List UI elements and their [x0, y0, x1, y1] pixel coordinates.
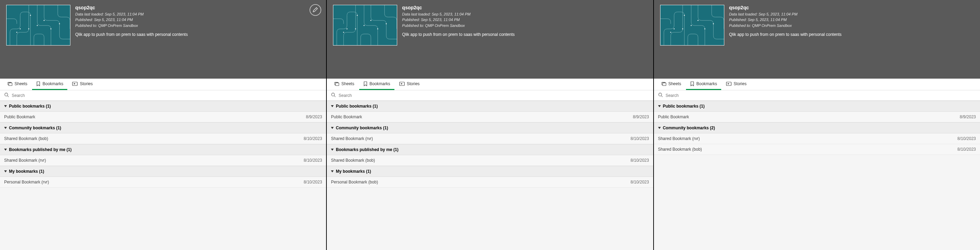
bookmark-date: 8/10/2023	[630, 158, 649, 163]
group-header[interactable]: Bookmarks published by me (1)	[0, 144, 326, 155]
meta-loaded: Data last loaded: Sep 5, 2023, 11:04 PM	[75, 12, 320, 17]
app-thumbnail	[333, 5, 397, 46]
svg-rect-38	[663, 83, 666, 85]
group-header[interactable]: Public bookmarks (1)	[327, 101, 653, 112]
bookmark-item[interactable]: Public Bookmark8/9/2023	[0, 112, 326, 122]
svg-point-4	[50, 28, 51, 29]
bookmark-name: Shared Bookmark (rvr)	[4, 158, 46, 163]
bookmark-item[interactable]: Shared Bookmark (rvr)8/10/2023	[654, 133, 980, 144]
bookmark-date: 8/9/2023	[959, 114, 976, 119]
bookmark-name: Shared Bookmark (rvr)	[331, 136, 373, 141]
svg-point-32	[704, 28, 705, 29]
bookmark-item[interactable]: Shared Bookmark (bob)8/10/2023	[654, 144, 980, 155]
group-header[interactable]: Bookmarks published by me (1)	[327, 144, 653, 155]
bookmark-date: 8/10/2023	[304, 158, 322, 163]
svg-point-18	[377, 28, 378, 29]
bookmark-date: 8/9/2023	[306, 114, 322, 119]
svg-point-1	[20, 28, 21, 29]
bookmark-name: Personal Bookmark (bob)	[331, 180, 378, 185]
group-label: Community bookmarks (1)	[9, 125, 61, 130]
search-row	[0, 90, 326, 101]
svg-point-16	[357, 15, 358, 16]
svg-point-8	[28, 28, 29, 29]
search-input[interactable]	[12, 93, 322, 98]
tab-stories[interactable]: Stories	[68, 79, 97, 90]
app-title: qsop2qc	[402, 5, 647, 10]
app-description: Qlik app to push from on prem to saas wi…	[75, 32, 320, 37]
tab-label: Bookmarks	[696, 81, 717, 86]
bookmark-item[interactable]: Public Bookmark8/9/2023	[654, 112, 980, 122]
svg-point-30	[684, 15, 685, 16]
bookmark-item[interactable]: Public Bookmark8/9/2023	[327, 112, 653, 122]
filler	[327, 188, 653, 250]
group-label: My bookmarks (1)	[336, 169, 371, 174]
app-panel: qsop2qc Data last loaded: Sep 5, 2023, 1…	[0, 0, 326, 250]
svg-point-12	[5, 93, 8, 96]
search-icon	[658, 92, 663, 98]
filler	[654, 155, 980, 250]
bookmark-item[interactable]: Shared Bookmark (bob)8/10/2023	[0, 133, 326, 144]
bookmark-name: Shared Bookmark (bob)	[331, 158, 375, 163]
search-icon	[4, 92, 9, 98]
meta-published-to: Published to: QMP OnPrem Sandbox	[402, 23, 647, 28]
app-title: qsop2qc	[75, 5, 320, 10]
tab-bookmarks[interactable]: Bookmarks	[359, 79, 395, 90]
bookmark-icon	[690, 81, 694, 86]
tab-sheets[interactable]: Sheets	[330, 79, 358, 90]
bookmark-item[interactable]: Shared Bookmark (rvr)8/10/2023	[0, 155, 326, 166]
svg-point-20	[371, 20, 372, 21]
group-header[interactable]: Community bookmarks (1)	[0, 122, 326, 133]
group-header[interactable]: Community bookmarks (2)	[654, 122, 980, 133]
meta-published: Published: Sep 5, 2023, 11:04 PM	[402, 17, 647, 22]
app-panel: qsop2qc Data last loaded: Sep 5, 2023, 1…	[326, 0, 653, 250]
group-label: Bookmarks published by me (1)	[336, 147, 398, 152]
svg-point-17	[364, 25, 365, 26]
bookmark-date: 8/10/2023	[630, 180, 649, 185]
tab-label: Stories	[80, 81, 92, 86]
group-label: Bookmarks published by me (1)	[9, 147, 72, 152]
svg-line-41	[661, 96, 663, 97]
tabs: Sheets Bookmarks Stories	[0, 79, 326, 90]
app-header: qsop2qc Data last loaded: Sep 5, 2023, 1…	[0, 0, 326, 79]
group-header[interactable]: My bookmarks (1)	[327, 166, 653, 177]
chevron-down-icon	[4, 170, 7, 172]
tab-bookmarks[interactable]: Bookmarks	[32, 79, 67, 90]
bookmark-name: Personal Bookmark (rvr)	[4, 180, 49, 185]
bookmark-date: 8/10/2023	[304, 180, 322, 185]
tab-sheets[interactable]: Sheets	[3, 79, 32, 90]
svg-point-7	[16, 32, 17, 33]
group-header[interactable]: My bookmarks (1)	[0, 166, 326, 177]
bookmark-item[interactable]: Shared Bookmark (rvr)8/10/2023	[327, 133, 653, 144]
sheets-icon	[8, 81, 13, 86]
group-header[interactable]: Public bookmarks (1)	[0, 101, 326, 112]
search-input[interactable]	[666, 93, 976, 98]
search-row	[654, 90, 980, 101]
group-header[interactable]: Community bookmarks (1)	[327, 122, 653, 133]
svg-rect-14	[333, 5, 397, 45]
meta-published-to: Published to: QMP OnPrem Sandbox	[729, 23, 974, 28]
svg-point-33	[713, 24, 714, 24]
bookmark-item[interactable]: Personal Bookmark (bob)8/10/2023	[327, 177, 653, 188]
filler	[0, 188, 326, 250]
bookmark-icon	[363, 81, 368, 86]
chevron-down-icon	[331, 149, 334, 151]
tab-label: Bookmarks	[369, 81, 390, 86]
tab-label: Sheets	[14, 81, 27, 86]
search-row	[327, 90, 653, 101]
bookmark-item[interactable]: Shared Bookmark (bob)8/10/2023	[327, 155, 653, 166]
group-header[interactable]: Public bookmarks (1)	[654, 101, 980, 112]
tab-label: Bookmarks	[43, 81, 63, 86]
tab-stories[interactable]: Stories	[722, 79, 751, 90]
app-meta: qsop2qc Data last loaded: Sep 5, 2023, 1…	[75, 5, 320, 73]
tab-stories[interactable]: Stories	[395, 79, 424, 90]
tab-bookmarks[interactable]: Bookmarks	[686, 79, 721, 90]
svg-point-3	[37, 25, 38, 26]
tab-label: Stories	[407, 81, 420, 86]
search-input[interactable]	[339, 93, 649, 98]
bookmark-name: Public Bookmark	[4, 114, 35, 119]
chevron-down-icon	[331, 105, 334, 107]
svg-rect-0	[6, 5, 70, 45]
tab-sheets[interactable]: Sheets	[657, 79, 685, 90]
bookmark-item[interactable]: Personal Bookmark (rvr)8/10/2023	[0, 177, 326, 188]
app-description: Qlik app to push from on prem to saas wi…	[729, 32, 974, 37]
